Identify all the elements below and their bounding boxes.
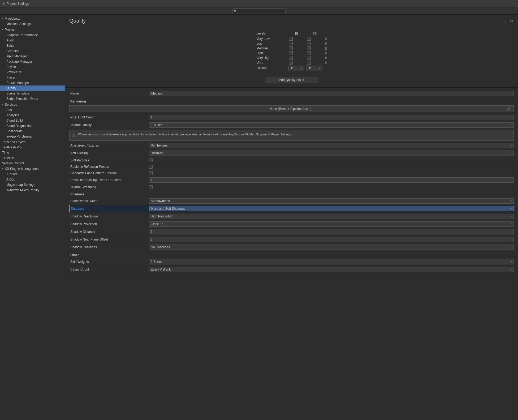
sidebar-item-arkit[interactable]: ARKit — [0, 177, 65, 182]
quality-checkbox-pc[interactable] — [287, 51, 305, 55]
quality-delete-button[interactable]: 🗑 — [323, 46, 328, 51]
quality-checkbox-pc[interactable] — [287, 36, 305, 41]
shadow-projection-select-wrapper[interactable]: Close Fit Stable Fit — [149, 221, 514, 227]
settings-icon[interactable]: ⚙ — [509, 18, 514, 24]
sidebar-item-analytics[interactable]: Analytics — [0, 113, 65, 118]
quality-delete-button[interactable]: 🗑 — [323, 55, 328, 60]
pipeline-select-button[interactable]: ⊙ — [507, 106, 511, 111]
shadows-select[interactable]: Disable Shadows Hard Shadows Only Hard a… — [149, 206, 514, 211]
quality-checkbox-pc[interactable] — [287, 55, 305, 60]
sidebar-item-adaptive-performance[interactable]: Adaptive Performance — [0, 32, 65, 38]
sidebar-item-project[interactable]: ▼Project — [0, 27, 65, 32]
sidebar-item-script-execution-order[interactable]: Script Execution Order — [0, 96, 65, 101]
sidebar-item-ads[interactable]: Ads — [0, 107, 65, 113]
anti-aliasing-select[interactable]: Disabled 2x Multi Sampling 4x Multi Samp… — [149, 151, 514, 156]
quality-checkbox-pc[interactable] — [287, 41, 305, 46]
vsync-count-select-wrapper[interactable]: Don't Sync Every V Blank Every Second V … — [149, 267, 514, 272]
page-title: Quality — [69, 18, 86, 24]
sidebar-item-magicleap[interactable]: ▼MagicLeap — [0, 16, 65, 21]
settings-gear-icon: ⚙ — [2, 2, 5, 6]
sidebar-item-package-manager[interactable]: Package Manager — [0, 59, 65, 64]
add-quality-level-button[interactable]: Add Quality Level — [265, 77, 318, 83]
sidebar-item-manifest-settings[interactable]: Manifest Settings — [0, 21, 65, 27]
vsync-count-select[interactable]: Don't Sync Every V Blank Every Second V … — [149, 267, 514, 272]
sidebar-item-time[interactable]: Time — [0, 150, 65, 155]
title-bar-menu[interactable]: ⋮ — [512, 1, 516, 6]
shadow-projection-select[interactable]: Close Fit Stable Fit — [149, 221, 514, 227]
shadowmask-mode-select-wrapper[interactable]: Shadowmask Distance Shadowmask — [149, 198, 514, 204]
texture-quality-select-wrapper[interactable]: Full Res Half Res Quarter Res Eighth Res — [149, 122, 514, 128]
sidebar-item-arcore[interactable]: ARCore — [0, 172, 65, 177]
quality-checkbox-ios[interactable] — [305, 36, 323, 41]
sidebar-item-physics-2d[interactable]: Physics 2D — [0, 70, 65, 75]
layout-icon[interactable]: ⊞ — [503, 18, 507, 24]
shadow-near-plane-input[interactable] — [149, 237, 514, 242]
quality-checkbox-ios[interactable] — [305, 51, 323, 55]
skin-weights-select-wrapper[interactable]: 1 Bone 2 Bones 4 Bones Unlimited — [149, 259, 514, 264]
sidebar-item-collaborate[interactable]: Collaborate — [0, 128, 65, 134]
shadow-projection-row: Shadow Projection Close Fit Stable Fit — [69, 220, 514, 228]
sidebar-item-editor[interactable]: Editor — [0, 43, 65, 48]
settings-section: Name Rendering ▪ None (Render Pipeline A… — [65, 90, 518, 273]
sidebar-item-version-control[interactable]: Version Control — [0, 161, 65, 166]
realtime-reflection-checkbox[interactable] — [149, 165, 153, 169]
search-input[interactable] — [232, 8, 286, 13]
quality-delete-button[interactable]: 🗑 — [323, 36, 328, 41]
sidebar-item-xr-plug-in[interactable]: ▼XR Plug-in Management — [0, 166, 65, 172]
quality-delete-button[interactable]: 🗑 — [323, 51, 328, 55]
pixel-light-count-input[interactable] — [149, 115, 514, 120]
sidebar-item-player[interactable]: Player — [0, 75, 65, 80]
shadow-cascades-select[interactable]: No Cascades Two Cascades Four Cascades — [149, 245, 514, 250]
quality-checkbox-pc[interactable] — [287, 46, 305, 51]
add-quality-level-wrapper: Add Quality Level — [65, 75, 518, 85]
texture-streaming-checkbox[interactable] — [149, 185, 153, 189]
sidebar-item-services[interactable]: ▼Services — [0, 102, 65, 107]
quality-checkbox-pc[interactable] — [287, 60, 305, 65]
sidebar-item-magic-leap-settings[interactable]: Magic Leap Settings — [0, 182, 65, 187]
sidebar-item-input-manager[interactable]: Input Manager — [0, 54, 65, 59]
sidebar-item-quality[interactable]: Quality — [0, 85, 65, 91]
sidebar-group-magicleap: ▼MagicLeap Manifest Settings — [0, 16, 65, 27]
default-ios-select[interactable]: ▼ — [305, 65, 323, 71]
quality-level-name: Low — [256, 41, 287, 46]
sidebar-item-windows-mixed-reality[interactable]: Windows Mixed Reality — [0, 187, 65, 193]
shadow-resolution-select-wrapper[interactable]: Low Resolution Medium Resolution High Re… — [149, 214, 514, 219]
shadow-resolution-select[interactable]: Low Resolution Medium Resolution High Re… — [149, 214, 514, 219]
quality-delete-button[interactable]: 🗑 — [323, 41, 328, 46]
quality-delete-button[interactable]: 🗑 — [323, 60, 328, 65]
default-label: Default — [256, 65, 287, 71]
soft-particles-checkbox[interactable] — [149, 158, 153, 162]
shadows-label[interactable]: Shadows — [70, 207, 149, 211]
shadow-cascades-select-wrapper[interactable]: No Cascades Two Cascades Four Cascades — [149, 245, 514, 250]
anti-aliasing-row: Anti Aliasing Disabled 2x Multi Sampling… — [69, 149, 514, 157]
table-row: High 🗑 — [256, 51, 328, 55]
anti-aliasing-select-wrapper[interactable]: Disabled 2x Multi Sampling 4x Multi Samp… — [149, 151, 514, 156]
default-pc-select[interactable]: ▼ — [287, 65, 305, 71]
help-icon[interactable]: ? — [498, 18, 501, 24]
skin-weights-select[interactable]: 1 Bone 2 Bones 4 Bones Unlimited — [149, 259, 514, 264]
sidebar-item-graphics[interactable]: Graphics — [0, 48, 65, 54]
sidebar-item-audio[interactable]: Audio — [0, 38, 65, 43]
texture-quality-select[interactable]: Full Res Half Res Quarter Res Eighth Res — [149, 122, 514, 128]
anisotropic-textures-select-wrapper[interactable]: Disabled Per Texture Forced On — [149, 143, 514, 148]
sidebar-item-scene-template[interactable]: Scene Template — [0, 91, 65, 96]
quality-checkbox-ios[interactable] — [305, 46, 323, 51]
sidebar-item-cloud-diagnostics[interactable]: Cloud Diagnostics — [0, 123, 65, 128]
sidebar-item-physics[interactable]: Physics — [0, 64, 65, 70]
shadowmask-mode-select[interactable]: Shadowmask Distance Shadowmask — [149, 198, 514, 204]
sidebar-item-tags-and-layers[interactable]: Tags and Layers — [0, 139, 65, 145]
sidebar-item-preset-manager[interactable]: Preset Manager — [0, 80, 65, 85]
quality-checkbox-ios[interactable] — [305, 60, 323, 65]
sidebar-item-cloud-build[interactable]: Cloud Build — [0, 118, 65, 123]
billboards-checkbox[interactable] — [149, 171, 153, 175]
name-input[interactable] — [149, 91, 514, 96]
sidebar-item-in-app-purchasing[interactable]: In-App Purchasing — [0, 134, 65, 139]
resolution-scaling-input[interactable] — [149, 177, 514, 183]
sidebar-item-timeline[interactable]: Timeline — [0, 155, 65, 161]
sidebar-item-textmesh-pro[interactable]: TextMesh Pro — [0, 145, 65, 150]
quality-checkbox-ios[interactable] — [305, 55, 323, 60]
quality-checkbox-ios[interactable] — [305, 41, 323, 46]
shadow-distance-input[interactable] — [149, 229, 514, 234]
shadows-select-wrapper[interactable]: Disable Shadows Hard Shadows Only Hard a… — [149, 206, 514, 211]
anisotropic-textures-select[interactable]: Disabled Per Texture Forced On — [149, 143, 514, 148]
